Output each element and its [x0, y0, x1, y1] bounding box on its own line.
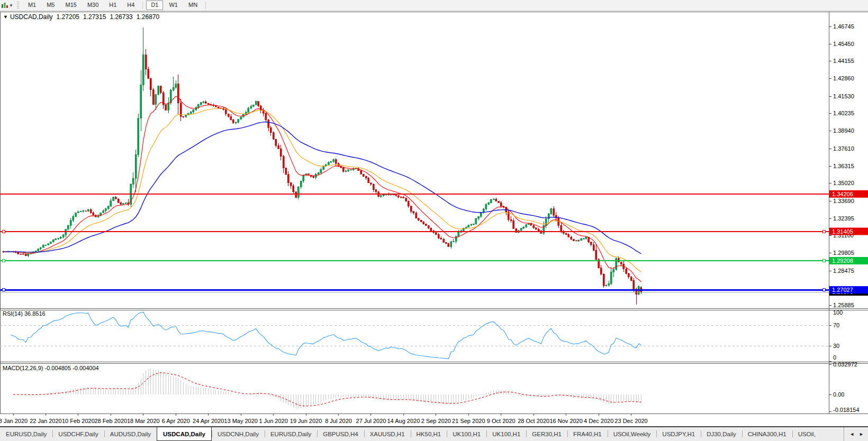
chart-tab-XAUUSD-H1[interactable]: XAUUSD,H1 — [364, 427, 411, 441]
ohlc-low: 1.26733 — [110, 13, 132, 21]
chart-tab-HK50-H1[interactable]: HK50,H1 — [411, 427, 447, 441]
candle — [583, 238, 584, 239]
tab-scroll-right-icon[interactable]: ► — [859, 432, 864, 437]
tab-scroll-left-icon[interactable]: ◄ — [849, 432, 854, 437]
candle — [120, 203, 122, 204]
candle — [295, 192, 297, 198]
candle — [520, 228, 522, 231]
line-selection-handle[interactable] — [2, 260, 5, 262]
date-label: 10 Feb 2020 — [62, 418, 95, 424]
candle — [138, 118, 139, 154]
candle — [283, 157, 284, 168]
candle — [493, 199, 494, 199]
candle — [365, 176, 367, 178]
price-axis-label: 1.44155 — [833, 58, 854, 64]
candle — [581, 239, 582, 241]
price-level-tag[interactable]: 1.34206 — [829, 190, 868, 198]
timeframe-button-M30[interactable]: M30 — [83, 1, 103, 10]
candle — [155, 95, 157, 105]
chart-tab-USDCNH-Daily[interactable]: USDCNH,Daily — [212, 427, 265, 441]
chart-tab-USDCAD-Daily[interactable]: USDCAD,Daily — [157, 427, 212, 441]
timeframe-button-M1[interactable]: M1 — [23, 1, 41, 10]
line-selection-handle[interactable] — [2, 289, 5, 291]
candle — [113, 197, 114, 201]
price-axis-label: 1.36315 — [833, 163, 854, 169]
candle — [395, 195, 397, 196]
candle — [628, 273, 629, 277]
collapse-triangle-icon[interactable]: ▼ — [3, 14, 8, 20]
line-selection-handle[interactable] — [822, 289, 825, 291]
candle — [135, 154, 137, 178]
timeframe-button-D1[interactable]: D1 — [146, 1, 163, 10]
chart-tab-FRA40-H1[interactable]: FRA40,H1 — [567, 427, 608, 441]
candle — [50, 242, 51, 243]
chart-tab-UK100-H1[interactable]: UK100,H1 — [447, 427, 486, 441]
toolbar-grip[interactable] — [17, 2, 19, 9]
moving-average-lines — [3, 96, 641, 282]
price-level-tag[interactable]: 1.27027 — [829, 286, 868, 293]
candle — [565, 233, 567, 234]
chart-tab-USDJPY-H1[interactable]: USDJPY,H1 — [656, 427, 701, 441]
candle — [342, 168, 344, 171]
timeframe-button-H4[interactable]: H4 — [122, 1, 139, 10]
candle — [297, 187, 299, 197]
candle — [333, 160, 334, 162]
candle — [248, 108, 249, 113]
ohlc-close: 1.26870 — [137, 13, 159, 21]
chart-tab-EURUSD-Daily[interactable]: EURUSD,Daily — [0, 427, 52, 441]
candle — [575, 241, 577, 241]
candle — [38, 249, 39, 251]
chart-tab-GBPUSD-H4[interactable]: GBPUSD,H4 — [317, 427, 364, 441]
date-label: 28 Feb 2020 — [94, 418, 127, 424]
candle — [110, 201, 112, 206]
candle — [558, 218, 559, 225]
chart-tab-USDCHF-Daily[interactable]: USDCHF,Daily — [52, 427, 104, 441]
candle — [468, 225, 469, 227]
timeframe-button-M15[interactable]: M15 — [60, 1, 81, 10]
chart-tab-DJ30-Daily[interactable]: DJ30,Daily — [701, 427, 742, 441]
date-label: 8 Jul 2020 — [325, 418, 352, 424]
candle — [177, 84, 179, 103]
line-selection-handle[interactable] — [2, 230, 5, 233]
chart-tab-GER30-H1[interactable]: GER30,H1 — [526, 427, 567, 441]
date-label: 18 Mar 2020 — [127, 418, 160, 424]
candle — [90, 209, 92, 213]
candle — [225, 109, 227, 114]
chart-tab-CHINA300-H1[interactable]: CHINA300,H1 — [742, 427, 792, 441]
candle — [148, 69, 149, 79]
price-axis-label: 1.40235 — [833, 110, 854, 116]
chart-tool-icon[interactable] — [1, 2, 8, 9]
candle — [490, 199, 492, 203]
price-axis-label: 1.41530 — [833, 93, 854, 99]
date-label: 27 Jul 2020 — [356, 418, 386, 424]
candle — [475, 218, 477, 224]
candle — [158, 86, 159, 95]
price-level-tag[interactable]: 1.29208 — [829, 257, 868, 264]
line-selection-handle[interactable] — [822, 230, 825, 233]
chart-tab-USOil-Weekly[interactable]: USOil,Weekly — [608, 427, 657, 441]
candle — [260, 106, 261, 111]
timeframe-button-M5[interactable]: M5 — [42, 1, 59, 10]
candle — [571, 237, 572, 239]
chevron-down-icon[interactable]: ▼ — [9, 3, 13, 8]
date-label: 21 Sep 2020 — [452, 418, 485, 424]
price-axis-label: 1.42860 — [833, 75, 854, 81]
line-selection-handle[interactable] — [822, 260, 825, 262]
timeframe-button-H1[interactable]: H1 — [104, 1, 121, 10]
price-level-tag[interactable]: 1.31405 — [829, 228, 868, 235]
chart-tab-AUDUSD-Daily[interactable]: AUDUSD,Daily — [104, 427, 157, 441]
price-axis: 1.467451.454501.441551.428601.415301.402… — [829, 23, 854, 308]
timeframe-button-W1[interactable]: W1 — [164, 1, 183, 10]
chart-tab-EURUSD-Daily[interactable]: EURUSD,Daily — [265, 427, 317, 441]
price-axis-label: 1.46745 — [833, 23, 854, 30]
candle — [513, 221, 514, 228]
timeframe-button-MN[interactable]: MN — [184, 1, 202, 10]
chart-tab-USOil-[interactable]: USOil, — [792, 427, 821, 441]
date-label: 1 Jun 2020 — [259, 418, 287, 424]
rsi-axis-label: 0 — [833, 354, 836, 361]
chart-tab-UK100-H1[interactable]: UK100,H1 — [486, 427, 526, 441]
candle — [207, 103, 209, 104]
candle — [453, 241, 454, 242]
candle — [535, 228, 537, 229]
candle — [103, 211, 104, 213]
